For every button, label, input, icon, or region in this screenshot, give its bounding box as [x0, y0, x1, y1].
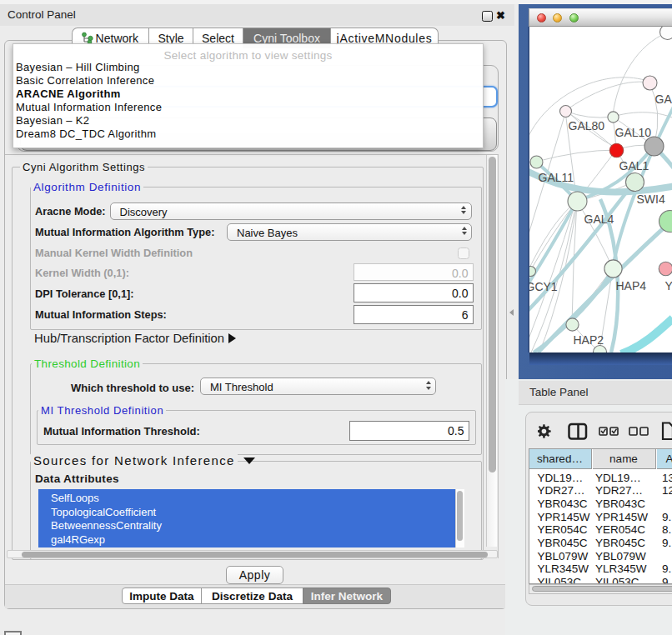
svg-text:GAL: GAL [654, 92, 672, 106]
svg-text:GAL1: GAL1 [619, 159, 649, 172]
svg-text:GAL4: GAL4 [584, 212, 614, 226]
svg-text:HAP4: HAP4 [615, 279, 646, 292]
svg-text:SWI4: SWI4 [636, 192, 664, 206]
svg-text:GAL80: GAL80 [568, 119, 604, 132]
svg-text:GCY1: GCY1 [529, 280, 558, 293]
svg-text:Y: Y [664, 279, 672, 292]
svg-text:HAP2: HAP2 [573, 333, 604, 347]
svg-text:GAL10: GAL10 [614, 126, 651, 139]
svg-text:GAL11: GAL11 [538, 171, 574, 184]
